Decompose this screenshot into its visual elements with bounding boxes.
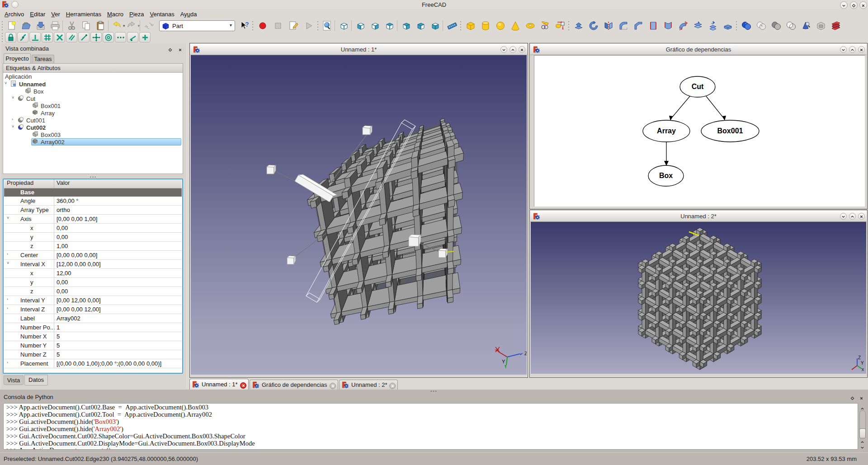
svg-text:Array: Array xyxy=(657,127,676,135)
svg-text:Y: Y xyxy=(861,361,864,366)
svg-text:?: ? xyxy=(245,21,249,28)
svg-text:x: x xyxy=(862,367,864,372)
svg-text:Box001: Box001 xyxy=(717,127,743,135)
svg-text:Z: Z xyxy=(524,351,527,356)
svg-text:Box: Box xyxy=(659,172,673,179)
svg-text:Z: Z xyxy=(858,355,861,360)
svg-text:Cut: Cut xyxy=(692,83,704,90)
svg-text:Y: Y xyxy=(502,359,505,364)
